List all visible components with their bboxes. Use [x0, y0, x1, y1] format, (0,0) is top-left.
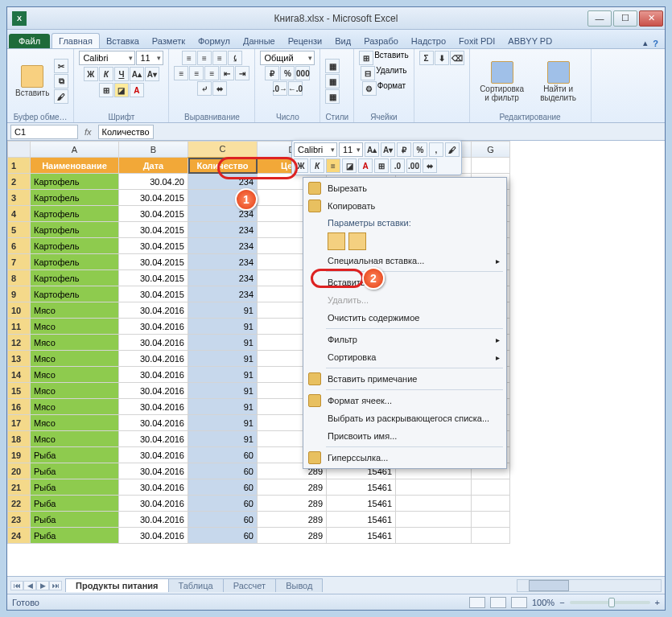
bold-button[interactable]: Ж	[84, 67, 98, 81]
align-top-button[interactable]: ≡	[182, 51, 196, 65]
cell[interactable]: 30.04.2016	[119, 415, 188, 431]
cell[interactable]: Рыба	[31, 528, 119, 544]
mini-percent[interactable]: %	[413, 142, 427, 157]
cell[interactable]: 234	[188, 174, 258, 190]
paste-button[interactable]: Вставить	[12, 64, 52, 99]
cell[interactable]: 30.04.2016	[119, 399, 188, 415]
cell[interactable]: 234	[188, 270, 258, 286]
row-header-24[interactable]: 24	[8, 528, 31, 544]
mini-align[interactable]: ≡	[326, 158, 340, 173]
tab-review[interactable]: Рецензи	[282, 34, 329, 48]
mini-fill[interactable]: ◪	[342, 158, 357, 173]
tab-insert[interactable]: Вставка	[100, 34, 146, 48]
row-header-23[interactable]: 23	[8, 512, 31, 528]
cell[interactable]: 15461	[327, 496, 396, 512]
row-header-2[interactable]: 2	[8, 174, 31, 190]
ctx-insert[interactable]: Вставить...	[305, 274, 505, 291]
row-header-21[interactable]: 21	[8, 479, 31, 496]
ctx-hyperlink[interactable]: Гиперссылка...	[305, 449, 505, 467]
cell[interactable]	[472, 528, 510, 544]
italic-button[interactable]: К	[99, 67, 113, 81]
zoom-out-button[interactable]: −	[559, 598, 564, 607]
mini-size-combo[interactable]: 11	[339, 142, 363, 157]
cell[interactable]: 30.04.20	[119, 174, 188, 190]
cells-insert-icon[interactable]: ⊞	[359, 51, 373, 65]
cell[interactable]: 60	[188, 479, 258, 496]
comma-button[interactable]: 000	[295, 66, 310, 80]
file-tab[interactable]: Файл	[9, 34, 50, 48]
mini-painter[interactable]: 🖌	[445, 142, 460, 157]
inc-decimal-button[interactable]: .0→	[273, 81, 287, 96]
row-header-9[interactable]: 9	[8, 286, 31, 302]
cell[interactable]: 60	[188, 528, 258, 544]
cell[interactable]: 30.04.2016	[119, 463, 188, 479]
align-bot-button[interactable]: ≡	[212, 51, 227, 65]
row-header-14[interactable]: 14	[8, 367, 31, 383]
cell[interactable]: 60	[188, 447, 258, 463]
cell[interactable]: 30.04.2016	[119, 367, 188, 383]
row-header-18[interactable]: 18	[8, 431, 31, 447]
ctx-comment[interactable]: Вставить примечание	[305, 370, 505, 388]
cell[interactable]: 234	[188, 254, 258, 270]
sheet-tab-2[interactable]: Рассчет	[223, 578, 277, 592]
cell[interactable]: 30.04.2016	[119, 335, 188, 351]
row-header-4[interactable]: 4	[8, 206, 31, 222]
cell[interactable]: 91	[188, 351, 258, 367]
indent-dec-button[interactable]: ⇤	[220, 66, 234, 80]
ctx-sort[interactable]: Сортировка	[305, 348, 505, 366]
zoom-slider[interactable]	[570, 601, 650, 604]
sort-filter-button[interactable]: Сортировка и фильтр	[475, 60, 530, 104]
view-break-button[interactable]	[511, 597, 527, 608]
row-header-20[interactable]: 20	[8, 463, 31, 479]
cell[interactable]: Рыба	[31, 447, 119, 463]
orientation-button[interactable]: ⤹	[228, 51, 242, 65]
cell[interactable]: 289	[258, 496, 327, 512]
merge-button[interactable]: ⬌	[212, 81, 227, 96]
mini-comma[interactable]: ,	[429, 142, 443, 157]
cell[interactable]: Мясо	[31, 431, 119, 447]
cell[interactable]	[396, 528, 472, 544]
cell[interactable]: 30.04.2016	[119, 383, 188, 399]
cell[interactable]: Рыба	[31, 496, 119, 512]
align-right-button[interactable]: ≡	[204, 66, 219, 80]
cells-format-icon[interactable]: ⚙	[362, 81, 377, 96]
row-header-16[interactable]: 16	[8, 399, 31, 415]
cell[interactable]: 30.04.2015	[119, 206, 188, 222]
ctx-clear[interactable]: Очистить содержимое	[305, 309, 505, 327]
cell[interactable]: Мясо	[31, 415, 119, 431]
cond-format-button[interactable]: ▦	[325, 59, 340, 73]
cell[interactable]: 91	[188, 431, 258, 447]
mini-fontcolor[interactable]: A	[358, 158, 373, 173]
row-header-1[interactable]: 1	[8, 158, 31, 174]
col-header-C[interactable]: C	[188, 142, 258, 158]
help-icon[interactable]: ?	[653, 39, 658, 48]
cell[interactable]: 30.04.2015	[119, 238, 188, 254]
mini-merge[interactable]: ⬌	[423, 158, 437, 173]
cell[interactable]: Картофель	[31, 270, 119, 286]
cell[interactable]: 30.04.2016	[119, 479, 188, 496]
ribbon-minimize-icon[interactable]: ▴	[643, 38, 648, 48]
ctx-dropdown[interactable]: Выбрать из раскрывающегося списка...	[305, 409, 505, 427]
view-normal-button[interactable]	[469, 597, 485, 608]
tab-abbyy[interactable]: ABBYY PD	[501, 34, 559, 48]
fill-color-button[interactable]: ◪	[114, 83, 129, 97]
cell[interactable]: Картофель	[31, 206, 119, 222]
cells-insert-button[interactable]: Вставить	[374, 51, 408, 65]
row-header-5[interactable]: 5	[8, 222, 31, 238]
row-header-15[interactable]: 15	[8, 383, 31, 399]
font-name-combo[interactable]: Calibri	[79, 51, 135, 65]
sheet-tab-3[interactable]: Вывод	[275, 578, 323, 592]
mini-font-combo[interactable]: Calibri	[294, 142, 337, 157]
align-center-button[interactable]: ≡	[189, 66, 204, 80]
cell[interactable]	[472, 479, 510, 496]
row-header-7[interactable]: 7	[8, 254, 31, 270]
copy-icon[interactable]: ⧉	[54, 74, 68, 88]
cell[interactable]: Рыба	[31, 512, 119, 528]
ctx-format-cells[interactable]: Формат ячеек...	[305, 392, 505, 409]
row-header-3[interactable]: 3	[8, 190, 31, 206]
cell[interactable]: 91	[188, 367, 258, 383]
row-header-11[interactable]: 11	[8, 319, 31, 335]
sheet-nav-first[interactable]: ⏮	[10, 581, 23, 590]
cell[interactable]	[472, 496, 510, 512]
font-size-combo[interactable]: 11	[136, 51, 163, 65]
